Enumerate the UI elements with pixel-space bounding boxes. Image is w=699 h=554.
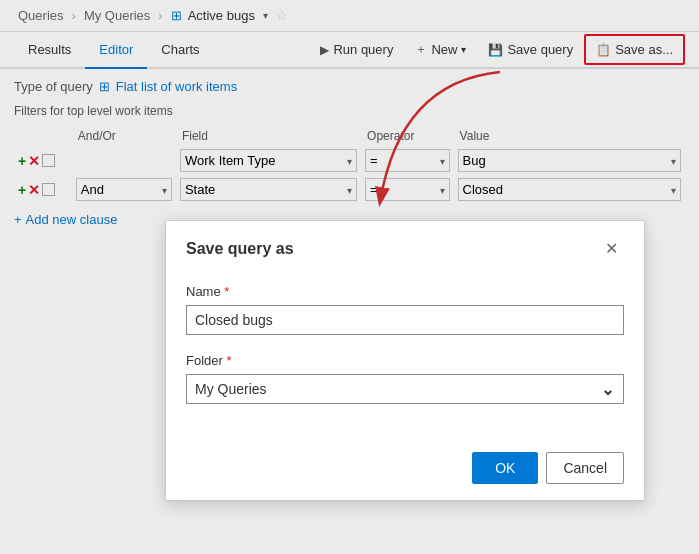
modal-header: Save query as ✕ [166, 221, 644, 272]
name-field-group: Name * [186, 284, 624, 335]
folder-required: * [226, 353, 231, 368]
modal-body: Name * Folder * My Queries [166, 272, 644, 442]
name-label: Name * [186, 284, 624, 299]
folder-field-group: Folder * My Queries [186, 353, 624, 404]
folder-select[interactable]: My Queries [186, 374, 624, 404]
folder-select-wrap: My Queries [186, 374, 624, 404]
save-query-dialog: Save query as ✕ Name * Folder * My Queri… [165, 220, 645, 501]
modal-title: Save query as [186, 240, 294, 258]
name-required: * [224, 284, 229, 299]
modal-close-button[interactable]: ✕ [599, 237, 624, 260]
name-input[interactable] [186, 305, 624, 335]
folder-label: Folder * [186, 353, 624, 368]
modal-footer: OK Cancel [166, 442, 644, 500]
cancel-button[interactable]: Cancel [546, 452, 624, 484]
ok-button[interactable]: OK [472, 452, 538, 484]
